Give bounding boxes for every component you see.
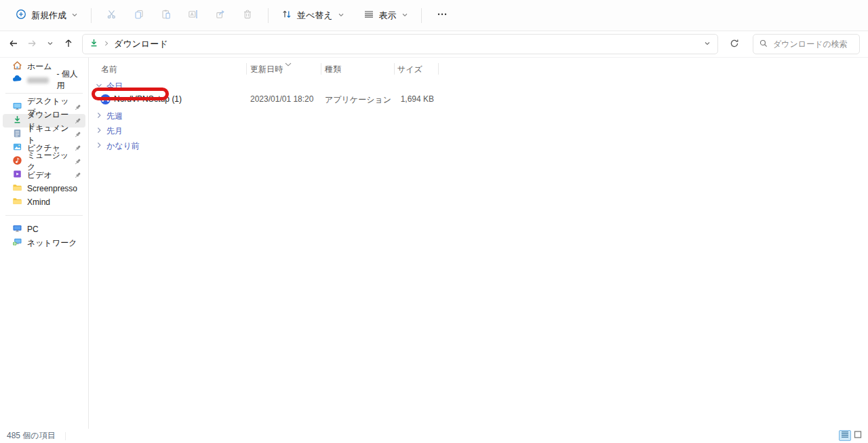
search-input[interactable] — [773, 39, 848, 49]
scissors-icon — [106, 9, 117, 22]
column-header-size[interactable]: サイズ — [397, 64, 422, 75]
paste-button[interactable] — [153, 5, 180, 26]
pin-icon — [74, 131, 81, 138]
file-size: 1,694 KB — [374, 94, 434, 104]
column-header-name[interactable]: 名前 — [101, 64, 117, 75]
new-button[interactable]: 新規作成 — [9, 5, 84, 26]
group-header-today[interactable]: 今日 — [90, 79, 123, 93]
breadcrumb-chevron-icon — [103, 39, 110, 49]
back-button[interactable] — [4, 35, 22, 54]
file-name[interactable]: NordVPNSetup (1) — [114, 94, 182, 104]
group-header-last-week[interactable]: 先週 — [90, 109, 123, 123]
status-bar: 485 個の項目 — [0, 429, 868, 443]
sidebar-item-videos[interactable]: ビデオ — [3, 168, 85, 182]
chevron-expanded-icon — [96, 81, 102, 91]
column-divider[interactable] — [394, 63, 395, 75]
share-icon — [215, 9, 226, 22]
sidebar-item-screenpresso[interactable]: Screenpresso — [3, 182, 85, 195]
recent-locations-button[interactable] — [41, 35, 59, 54]
toolbar-divider — [421, 8, 422, 23]
circled-plus-icon — [16, 9, 26, 22]
sort-indicator-chevron-icon — [285, 60, 292, 69]
folder-icon — [12, 196, 22, 208]
sidebar-item-documents[interactable]: ドキュメント — [3, 128, 85, 141]
column-header-type[interactable]: 種類 — [325, 64, 341, 75]
downloads-icon — [12, 115, 22, 127]
refresh-icon — [729, 38, 740, 51]
file-row-nordvpnsetup[interactable]: NordVPNSetup (1) 2023/01/01 18:20 アプリケーシ… — [90, 92, 868, 108]
pin-icon — [74, 172, 81, 179]
view-button[interactable]: 表示 — [357, 5, 414, 26]
sort-button[interactable]: 並べ替え — [275, 5, 351, 26]
up-button[interactable] — [59, 35, 77, 54]
sort-button-label: 並べ替え — [297, 9, 333, 22]
new-button-label: 新規作成 — [31, 9, 66, 22]
view-toggles — [839, 430, 864, 441]
details-view-button[interactable] — [839, 430, 851, 441]
redacted-account-name — [27, 77, 49, 83]
chevron-collapsed-icon — [96, 126, 102, 136]
chevron-collapsed-icon — [96, 111, 102, 121]
address-dropdown-chevron-icon[interactable] — [703, 39, 711, 50]
group-label: かなり前 — [106, 140, 140, 152]
toolbar: 新規作成 — [0, 0, 868, 31]
arrow-left-icon — [8, 38, 19, 51]
group-header-last-month[interactable]: 先月 — [90, 124, 123, 138]
sidebar-item-pc[interactable]: PC — [3, 223, 85, 236]
sidebar-item-onedrive[interactable]: - 個人用 — [3, 73, 85, 87]
file-list-pane: 名前 更新日時 種類 サイズ 今日 NordVP — [90, 58, 868, 429]
group-header-long-ago[interactable]: かなり前 — [90, 139, 140, 153]
column-headers: 名前 更新日時 種類 サイズ — [90, 61, 868, 76]
ellipsis-icon — [437, 9, 448, 22]
share-button[interactable] — [207, 5, 234, 26]
copy-icon — [134, 9, 144, 22]
status-divider — [65, 432, 66, 440]
pictures-icon — [12, 142, 22, 154]
address-bar[interactable]: ダウンロード — [82, 34, 718, 54]
toolbar-divider — [268, 8, 269, 23]
network-icon — [12, 237, 22, 249]
column-divider[interactable] — [438, 63, 439, 75]
pin-icon — [74, 145, 81, 152]
large-icons-view-button[interactable] — [852, 430, 864, 441]
more-button[interactable] — [429, 5, 456, 26]
folder-icon — [12, 182, 22, 195]
chevron-down-icon — [71, 10, 78, 20]
onedrive-cloud-icon — [12, 74, 22, 86]
sidebar-item-music[interactable]: ミュージック — [3, 155, 85, 168]
sidebar-item-label: ビデオ — [27, 170, 52, 181]
delete-button[interactable] — [234, 5, 261, 26]
sidebar-item-label: Screenpresso — [27, 184, 77, 193]
search-box[interactable] — [753, 34, 860, 54]
sidebar-item-label: ホーム — [27, 61, 52, 73]
column-header-date-modified[interactable]: 更新日時 — [250, 64, 283, 75]
file-date-modified: 2023/01/01 18:20 — [250, 94, 313, 104]
sidebar-item-label: PC — [27, 225, 39, 234]
sidebar-item-xmind[interactable]: Xmind — [3, 195, 85, 209]
home-icon — [12, 60, 22, 73]
sidebar-divider — [5, 215, 83, 216]
pc-icon — [12, 223, 22, 235]
breadcrumb[interactable]: ダウンロード — [114, 38, 168, 50]
copy-button[interactable] — [125, 5, 153, 26]
address-bar-row: ダウンロード — [0, 31, 868, 58]
desktop-icon — [12, 101, 22, 113]
cut-button[interactable] — [98, 5, 125, 26]
column-divider[interactable] — [321, 63, 321, 75]
rename-button[interactable] — [180, 5, 207, 26]
documents-icon — [12, 128, 22, 140]
sidebar-divider — [5, 93, 83, 94]
nordvpn-app-icon — [100, 94, 111, 107]
sort-arrows-icon — [281, 9, 292, 22]
large-icons-view-icon — [854, 431, 862, 440]
sidebar-item-network[interactable]: ネットワーク — [3, 236, 85, 250]
videos-icon — [12, 169, 22, 181]
music-icon — [12, 155, 22, 168]
column-divider[interactable] — [246, 63, 247, 75]
downloads-folder-icon — [89, 38, 99, 50]
forward-button[interactable] — [22, 35, 41, 54]
refresh-button[interactable] — [724, 35, 745, 54]
item-count: 485 個の項目 — [7, 430, 56, 442]
details-view-icon — [841, 431, 849, 440]
navigation-pane: ホーム - 個人用 デスクトップ ダウンロード — [0, 58, 89, 429]
